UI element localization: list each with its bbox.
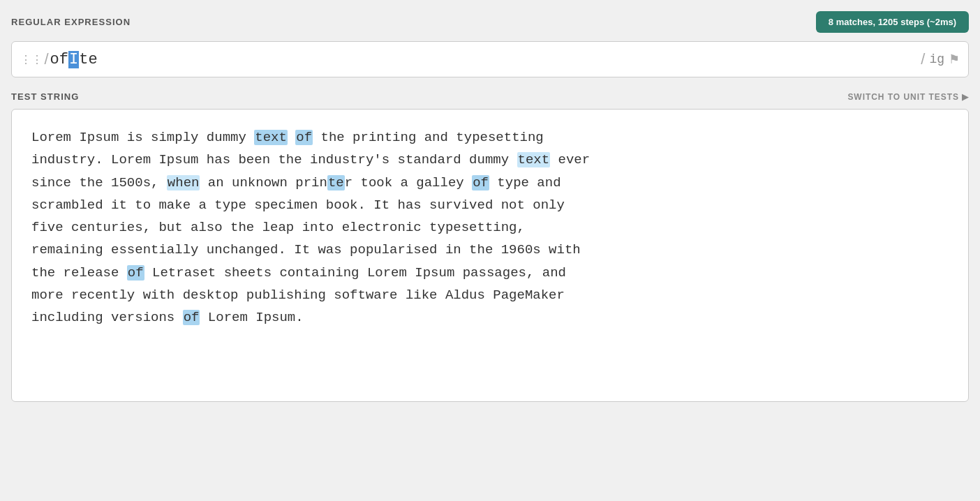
regex-flags: / ig ⚑ bbox=[921, 50, 960, 68]
switch-label: SWITCH TO UNIT TESTS bbox=[847, 92, 959, 102]
match-of-1: of bbox=[295, 130, 313, 145]
regex-input-text[interactable]: ofIte bbox=[50, 51, 921, 68]
regex-text-after-cursor: te bbox=[79, 51, 97, 68]
regex-cursor: I bbox=[68, 51, 79, 68]
regex-text-before-cursor: of bbox=[50, 51, 68, 68]
regex-input-container[interactable]: ⋮ ⋮ / ofIte / ig ⚑ bbox=[11, 41, 969, 77]
switch-to-unit-tests-button[interactable]: SWITCH TO UNIT TESTS ▶ bbox=[847, 92, 969, 102]
match-of-2: of bbox=[472, 175, 489, 190]
drag-handle[interactable]: ⋮ ⋮ bbox=[20, 53, 41, 66]
flag-icon[interactable]: ⚑ bbox=[949, 52, 960, 67]
match-text-2: text bbox=[517, 152, 551, 167]
lorem-text-content: Lorem Ipsum is simply dummy text of the … bbox=[31, 126, 949, 329]
match-ter: te bbox=[327, 175, 345, 190]
regex-section-label: REGULAR EXPRESSION bbox=[11, 17, 131, 27]
match-when: when bbox=[167, 175, 200, 190]
matches-badge: 8 matches, 1205 steps (~2ms) bbox=[816, 11, 969, 33]
app-container: REGULAR EXPRESSION 8 matches, 1205 steps… bbox=[0, 0, 980, 501]
header-bar: REGULAR EXPRESSION 8 matches, 1205 steps… bbox=[11, 11, 969, 33]
match-text-1: text bbox=[254, 130, 288, 145]
test-string-area[interactable]: Lorem Ipsum is simply dummy text of the … bbox=[11, 109, 969, 402]
test-string-label: TEST STRING bbox=[11, 91, 79, 102]
test-string-header: TEST STRING SWITCH TO UNIT TESTS ▶ bbox=[11, 91, 969, 102]
match-of-3: of bbox=[127, 265, 144, 281]
flag-text[interactable]: ig bbox=[929, 52, 944, 66]
close-slash: / bbox=[921, 50, 925, 68]
open-slash: / bbox=[44, 50, 48, 68]
switch-arrow: ▶ bbox=[962, 92, 969, 102]
match-of-4: of bbox=[183, 310, 200, 325]
